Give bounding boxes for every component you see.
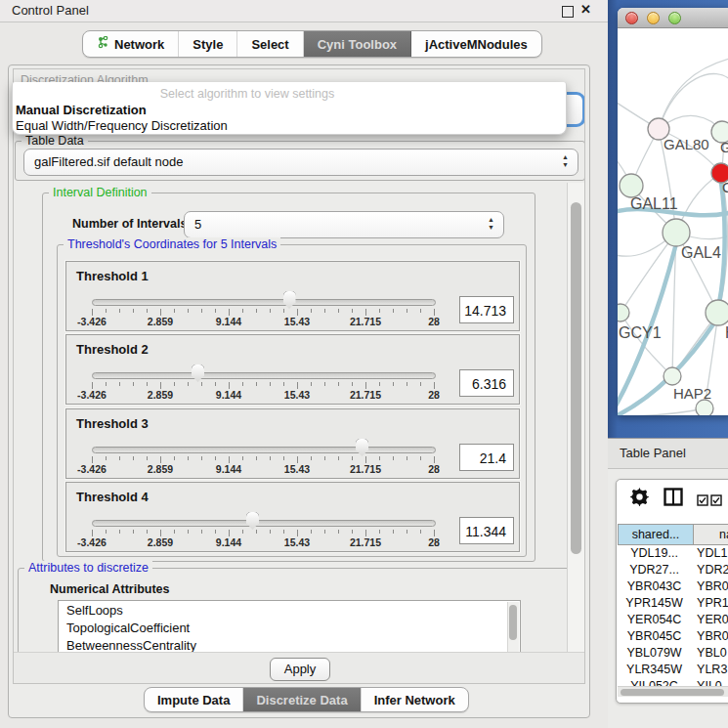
network-edge-thick[interactable] [719,183,725,303]
tab-impute-data[interactable]: Impute Data [145,688,243,711]
slider-tick [324,309,325,313]
slider-tick [174,309,175,313]
table-data-group: Table Data galFiltered.sif default node … [15,141,585,181]
table-scrollbar-thumb[interactable] [621,689,724,696]
threshold-value-field[interactable]: 11.344 [459,517,514,544]
network-node[interactable] [706,300,728,325]
slider-tick [229,456,230,463]
gear-icon[interactable] [630,488,649,510]
table-row[interactable]: YBL079WYBL0 [618,645,728,662]
threshold-value-field[interactable]: 21.4 [459,444,514,471]
control-panel: Control Panel ✕ NetworkStyleSelectCyni T… [0,0,608,728]
network-icon [97,36,109,52]
tab-jactivemnodules[interactable]: jActiveMNodules [411,31,541,57]
tab-discretize-data[interactable]: Discretize Data [243,688,361,711]
tab-cyni-toolbox[interactable]: Cyni Toolbox [304,31,411,57]
slider-tick [379,530,380,534]
slider-tick [215,456,216,460]
numerical-attributes-label: Numerical Attributes [50,582,169,596]
threshold-value-field[interactable]: 14.713 [459,296,514,323]
slider-thumb[interactable] [246,512,259,530]
table-cell: YBR0 [691,628,728,645]
table-data-combo[interactable]: galFiltered.sif default node ▲▼ [23,149,578,176]
slider-tick-label: 28 [428,536,440,548]
slider-tick [133,456,134,460]
slider-tick [229,382,230,389]
tab-infer-network[interactable]: Infer Network [362,688,468,711]
tab-network[interactable]: Network [83,31,179,57]
table-row[interactable]: YLR345WYLR3 [618,662,728,678]
attribute-item[interactable]: SelfLoops [59,601,520,619]
table-row[interactable]: YDL19...YDL1 [618,545,728,562]
tab-select[interactable]: Select [237,31,303,57]
algorithm-option[interactable]: Equal Width/Frequency Discretization [15,118,563,133]
slider-thumb[interactable] [356,439,368,456]
slider-tick-label: 2.859 [148,389,173,401]
network-node[interactable] [696,400,713,415]
slider-tick-label: 28 [428,463,440,475]
panel-scrollbar-thumb[interactable] [571,202,581,554]
network-node[interactable] [664,367,681,385]
network-edge[interactable] [659,73,728,129]
numerical-attributes-list[interactable]: SelfLoopsTopologicalCoefficientBetweenne… [58,600,521,652]
number-of-intervals-value: 5 [194,217,201,232]
spinner-arrows-icon[interactable]: ▲▼ [561,153,570,171]
network-graph[interactable]: GAL80GACGAL11GAL4GCY1HHAP2 [618,28,728,415]
network-canvas[interactable]: GAL80GACGAL11GAL4GCY1HHAP2 [618,28,728,415]
checkbox-icon[interactable] [710,492,722,510]
tab-style[interactable]: Style [179,31,237,57]
table-row[interactable]: YER054CYER0 [618,612,728,628]
panel-scrollbar[interactable] [567,183,585,652]
slider-tick [201,456,202,460]
table-horizontal-scrollbar[interactable] [618,686,728,697]
checkbox-icon[interactable] [697,492,708,510]
network-edge[interactable] [659,58,728,129]
threshold-row: Threshold 3-3.4262.8599.14415.4321.71528… [65,408,520,479]
tab-label: Select [251,37,288,52]
network-node[interactable] [618,304,629,321]
slider-tick [283,530,284,534]
slider-tick [365,530,366,536]
threshold-value-field[interactable]: 6.316 [459,369,514,397]
table-row[interactable]: YDR27...YDR2 [618,562,728,578]
table-row[interactable]: YBR043CYBR0 [618,578,728,595]
zoom-traffic-light-icon[interactable] [668,12,681,24]
apply-button[interactable]: Apply [270,658,330,681]
column-header[interactable]: shared... [618,524,694,545]
close-icon[interactable]: ✕ [580,2,591,17]
list-scrollbar[interactable] [507,602,519,652]
network-edge[interactable] [621,313,672,376]
column-header[interactable]: na [694,524,728,545]
slider-thumb[interactable] [283,291,296,309]
threshold-slider[interactable] [92,372,436,379]
close-traffic-light-icon[interactable] [625,12,638,24]
attribute-item[interactable]: TopologicalCoefficient [59,619,520,636]
slider-tick [188,309,189,313]
slider-tick [270,309,271,313]
slider-thumb[interactable] [192,364,204,382]
spinner-arrows-icon[interactable]: ▲▼ [487,216,495,234]
threshold-slider[interactable] [92,447,436,453]
slider-tick [215,530,216,534]
slider-tick [365,309,366,316]
number-of-intervals-combo[interactable]: 5 ▲▼ [184,211,504,238]
float-window-icon[interactable] [562,6,574,18]
list-scrollbar-thumb[interactable] [509,605,517,640]
tab-label: Cyni Toolbox [318,37,397,52]
threshold-slider[interactable] [92,520,436,527]
table-row[interactable]: YPR145WYPR1 [618,595,728,612]
network-window-titlebar[interactable] [618,8,728,28]
algorithm-option[interactable]: Manual Discretization [15,103,563,117]
slider-tick-label: 9.144 [216,463,241,475]
slider-tick [133,382,134,386]
network-node[interactable] [620,174,643,197]
minimize-traffic-light-icon[interactable] [647,12,660,24]
network-node[interactable] [663,219,690,246]
slider-tick-label: 9.144 [216,316,241,327]
slider-tick [324,382,325,386]
table-row[interactable]: YBR045CYBR0 [618,628,728,645]
slider-tick-label: 2.859 [148,463,173,475]
columns-icon[interactable] [664,488,683,510]
threshold-slider[interactable] [92,299,436,306]
attribute-item[interactable]: BetweennessCentrality [59,636,520,652]
